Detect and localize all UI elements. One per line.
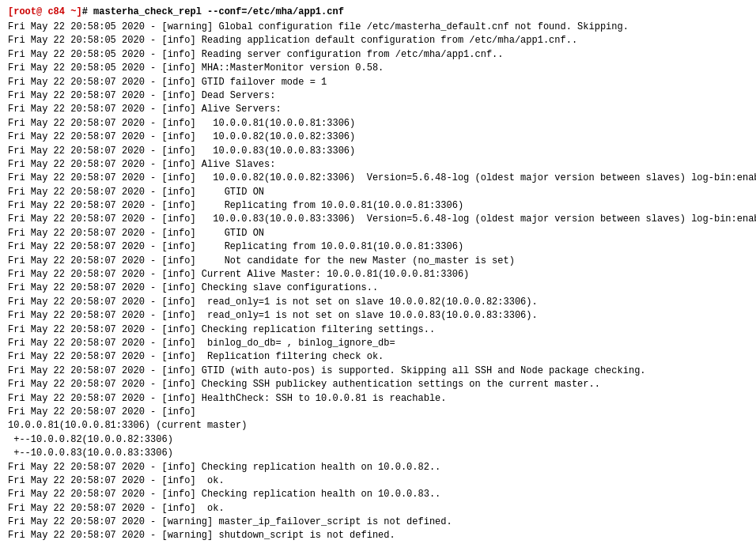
output-line: Fri May 22 20:58:07 2020 - [info] 10.0.0… <box>8 145 748 158</box>
output-line: Fri May 22 20:58:07 2020 - [info] 10.0.0… <box>8 117 748 130</box>
output-line: Fri May 22 20:58:07 2020 - [info] GTID (… <box>8 365 748 378</box>
output-line: Fri May 22 20:58:07 2020 - [info] 10.0.0… <box>8 213 748 226</box>
output-line: Fri May 22 20:58:05 2020 - [warning] Glo… <box>8 21 748 34</box>
output-line: Fri May 22 20:58:07 2020 - [info] Alive … <box>8 103 748 116</box>
output-line: Fri May 22 20:58:07 2020 - [warning] shu… <box>8 529 748 542</box>
output-line: Fri May 22 20:58:07 2020 - [info] Checki… <box>8 323 748 337</box>
output-line: Fri May 22 20:58:07 2020 - [info] Checki… <box>8 378 748 391</box>
output-line: Fri May 22 20:58:07 2020 - [info] GTID O… <box>8 186 748 199</box>
output-line: Fri May 22 20:58:07 2020 - [info] Dead S… <box>8 89 748 103</box>
output-line: Fri May 22 20:58:07 2020 - [info] ok. <box>8 502 748 516</box>
output-line: Fri May 22 20:58:07 2020 - [info] Health… <box>8 392 748 406</box>
output-line: 10.0.0.81(10.0.0.81:3306) (current maste… <box>8 419 748 433</box>
output-line: Fri May 22 20:58:07 2020 - [info] 10.0.0… <box>8 172 748 185</box>
prompt-user: [root@ c84 ~] <box>8 6 82 17</box>
output-line: Fri May 22 20:58:07 2020 - [info] Checki… <box>8 461 748 474</box>
output-line: +--10.0.0.82(10.0.0.82:3306) <box>8 433 748 447</box>
prompt-line: [root@ c84 ~]# masterha_check_repl --con… <box>8 6 748 17</box>
output-line: Fri May 22 20:58:05 2020 - [info] Readin… <box>8 34 748 47</box>
output-line: Fri May 22 20:58:05 2020 - [info] MHA::M… <box>8 62 748 75</box>
terminal-window: [root@ c84 ~]# masterha_check_repl --con… <box>0 0 756 544</box>
output-line: Fri May 22 20:58:07 2020 - [info] Replic… <box>8 240 748 254</box>
output-line: Fri May 22 20:58:07 2020 - [info] Not ca… <box>8 255 748 268</box>
output-line: Fri May 22 20:58:07 2020 - [info] Replic… <box>8 199 748 213</box>
output-line: Fri May 22 20:58:07 2020 - [info] ok. <box>8 474 748 488</box>
output-line: Fri May 22 20:58:07 2020 - [info] Checki… <box>8 488 748 501</box>
output-line: Fri May 22 20:58:05 2020 - [info] Readin… <box>8 48 748 62</box>
output-line: Fri May 22 20:58:07 2020 - [info] Checki… <box>8 281 748 295</box>
output-line: Fri May 22 20:58:07 2020 - [warning] mas… <box>8 516 748 529</box>
output-line: Fri May 22 20:58:07 2020 - [info] read_o… <box>8 309 748 323</box>
output-line: Fri May 22 20:58:07 2020 - [info] <box>8 406 748 419</box>
output-line: +--10.0.0.83(10.0.0.83:3306) <box>8 447 748 460</box>
output-line: Fri May 22 20:58:07 2020 - [info] 10.0.0… <box>8 130 748 144</box>
output-line: Fri May 22 20:58:07 2020 - [info] read_o… <box>8 296 748 309</box>
output-line: Fri May 22 20:58:07 2020 - [info] Curren… <box>8 268 748 281</box>
output-line: Fri May 22 20:58:07 2020 - [info] GTID f… <box>8 76 748 89</box>
output-block: Fri May 22 20:58:05 2020 - [warning] Glo… <box>8 21 748 544</box>
output-line: Fri May 22 20:58:07 2020 - [info] Alive … <box>8 158 748 172</box>
output-line: Fri May 22 20:58:07 2020 - [info] binlog… <box>8 337 748 350</box>
output-line: Fri May 22 20:58:07 2020 - [info] GTID O… <box>8 227 748 240</box>
prompt-cmd: # masterha_check_repl --conf=/etc/mha/ap… <box>82 6 344 17</box>
output-line: Fri May 22 20:58:07 2020 - [info] Replic… <box>8 350 748 364</box>
